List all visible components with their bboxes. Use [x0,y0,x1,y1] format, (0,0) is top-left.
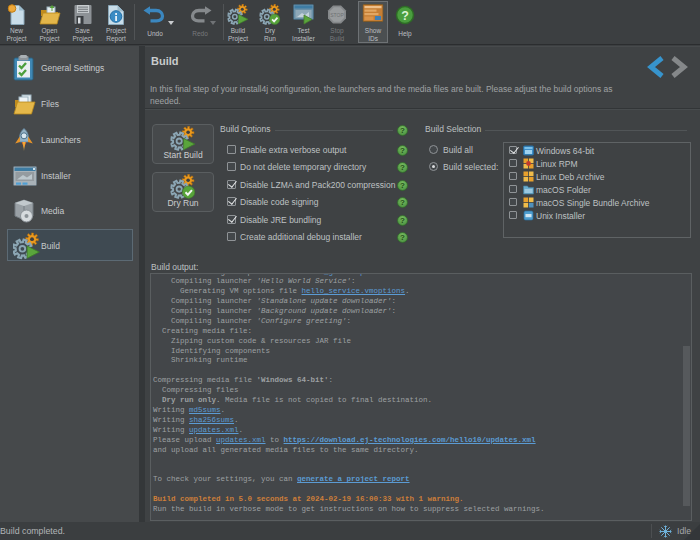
svg-text:STOP: STOP [330,12,344,18]
svg-text:?: ? [401,9,409,23]
